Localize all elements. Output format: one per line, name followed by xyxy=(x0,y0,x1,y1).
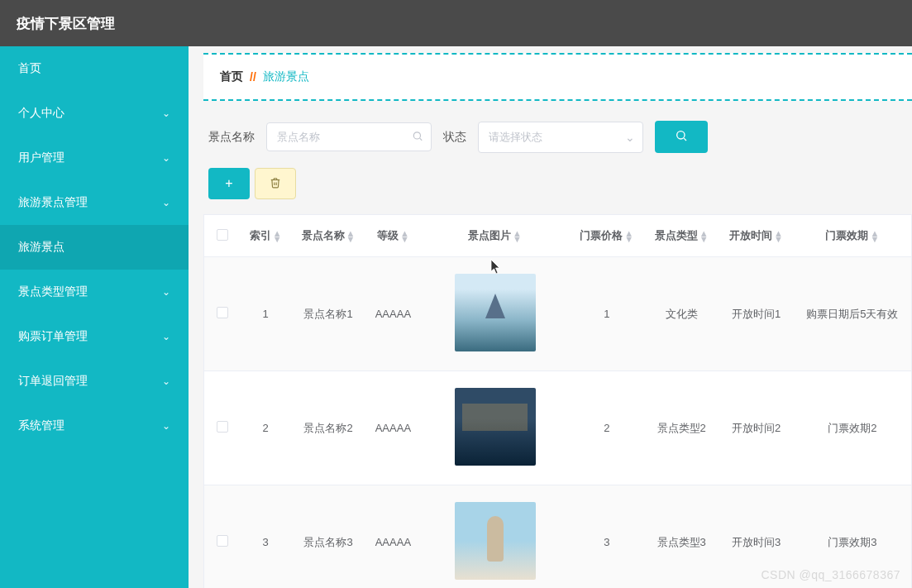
spot-thumbnail[interactable] xyxy=(455,274,536,351)
cell-index: 2 xyxy=(241,371,291,485)
cell-name: 景点名称1 xyxy=(291,257,365,371)
chevron-down-icon: ⌄ xyxy=(162,286,170,298)
cell-type: 景点类型3 xyxy=(644,485,719,589)
sidebar-item-label: 景点类型管理 xyxy=(18,284,88,299)
cell-type: 文化类 xyxy=(644,257,719,371)
app-header: 疫情下景区管理 xyxy=(0,0,912,46)
sidebar-item-users[interactable]: 用户管理 ⌄ xyxy=(0,136,189,180)
cell-type: 景点类型2 xyxy=(644,371,719,485)
breadcrumb: 首页 // 旅游景点 xyxy=(220,69,895,84)
table-row: 3 景点名称3 AAAAA 3 景点类型3 开放时间3 门票效期3 xyxy=(204,485,912,589)
cell-open: 开放时间3 xyxy=(719,485,793,589)
cell-validity: 购票日期后5天有效 xyxy=(794,257,912,371)
delete-button[interactable] xyxy=(255,168,296,199)
app-title: 疫情下景区管理 xyxy=(17,14,115,33)
cell-grade: AAAAA xyxy=(365,257,420,371)
cell-validity: 门票效期2 xyxy=(794,371,912,485)
sidebar-item-label: 订单退回管理 xyxy=(18,374,88,389)
status-select[interactable]: 请选择状态 xyxy=(478,122,643,153)
col-open[interactable]: 开放时间▲▼ xyxy=(719,215,793,257)
sidebar-item-label: 旅游景点管理 xyxy=(18,195,88,210)
sidebar-item-label: 用户管理 xyxy=(18,151,64,165)
cell-validity: 门票效期3 xyxy=(794,485,912,589)
sort-icon: ▲▼ xyxy=(700,231,709,242)
col-image[interactable]: 景点图片▲▼ xyxy=(421,215,570,257)
sort-icon: ▲▼ xyxy=(400,231,409,242)
sort-icon: ▲▼ xyxy=(273,231,282,242)
breadcrumb-container: 首页 // 旅游景点 xyxy=(203,53,912,101)
sidebar-item-profile[interactable]: 个人中心 ⌄ xyxy=(0,91,189,136)
col-price[interactable]: 门票价格▲▼ xyxy=(570,215,644,257)
chevron-down-icon: ⌄ xyxy=(162,108,170,119)
chevron-down-icon: ⌄ xyxy=(162,331,170,342)
table-row: 2 景点名称2 AAAAA 2 景点类型2 开放时间2 门票效期2 xyxy=(204,371,912,485)
breadcrumb-current: 旅游景点 xyxy=(263,69,309,84)
sidebar-item-label: 个人中心 xyxy=(18,106,64,121)
sort-icon: ▲▼ xyxy=(346,231,356,242)
filter-status-label: 状态 xyxy=(443,130,466,145)
cell-price: 1 xyxy=(570,257,644,371)
cell-open: 开放时间2 xyxy=(719,371,793,485)
cell-index: 3 xyxy=(241,485,291,589)
col-index[interactable]: 索引▲▼ xyxy=(241,215,291,257)
cell-grade: AAAAA xyxy=(365,485,420,589)
sidebar-item-label: 购票订单管理 xyxy=(18,329,88,344)
sidebar-item-label: 旅游景点 xyxy=(18,240,64,255)
filter-bar: 景点名称 状态 请选择状态 ⌄ xyxy=(208,101,912,168)
sort-icon: ▲▼ xyxy=(513,231,522,242)
row-checkbox[interactable] xyxy=(217,307,228,318)
sidebar: 首页 个人中心 ⌄ 用户管理 ⌄ 旅游景点管理 ⌄ 旅游景点 景点类型管理 ⌄ … xyxy=(0,46,189,588)
search-button[interactable] xyxy=(655,121,708,153)
sidebar-item-system[interactable]: 系统管理 ⌄ xyxy=(0,404,189,448)
cell-name: 景点名称3 xyxy=(291,485,365,589)
spot-name-input[interactable] xyxy=(266,122,432,151)
cell-price: 2 xyxy=(570,371,644,485)
sidebar-item-spot-mgmt[interactable]: 旅游景点管理 ⌄ xyxy=(0,180,189,225)
chevron-down-icon: ⌄ xyxy=(162,420,170,432)
row-checkbox[interactable] xyxy=(217,421,228,433)
col-grade[interactable]: 等级▲▼ xyxy=(365,215,420,257)
sort-icon: ▲▼ xyxy=(624,231,633,242)
sidebar-item-spot-type[interactable]: 景点类型管理 ⌄ xyxy=(0,270,189,314)
cell-price: 3 xyxy=(570,485,644,589)
cell-index: 1 xyxy=(241,257,291,371)
add-button[interactable]: + xyxy=(208,168,250,199)
cell-open: 开放时间1 xyxy=(719,257,793,371)
col-validity[interactable]: 门票效期▲▼ xyxy=(794,215,912,257)
spot-thumbnail[interactable] xyxy=(455,502,536,580)
sort-icon: ▲▼ xyxy=(870,231,879,242)
status-select-placeholder: 请选择状态 xyxy=(489,131,542,143)
sidebar-item-orders[interactable]: 购票订单管理 ⌄ xyxy=(0,314,189,359)
spots-table: 索引▲▼ 景点名称▲▼ 等级▲▼ 景点图片▲▼ 门票价格▲▼ 景点类型▲▼ 开放… xyxy=(203,214,912,588)
chevron-down-icon: ⌄ xyxy=(162,197,170,208)
table-header-row: 索引▲▼ 景点名称▲▼ 等级▲▼ 景点图片▲▼ 门票价格▲▼ 景点类型▲▼ 开放… xyxy=(204,215,912,257)
sort-icon: ▲▼ xyxy=(774,231,783,242)
cell-name: 景点名称2 xyxy=(291,371,365,485)
sidebar-item-spots[interactable]: 旅游景点 xyxy=(0,225,189,270)
action-toolbar: + xyxy=(208,168,912,199)
svg-point-2 xyxy=(677,131,685,139)
sidebar-item-home[interactable]: 首页 xyxy=(0,46,189,91)
sidebar-item-label: 首页 xyxy=(18,61,41,76)
trash-icon xyxy=(270,177,281,189)
col-name[interactable]: 景点名称▲▼ xyxy=(291,215,365,257)
cell-grade: AAAAA xyxy=(365,371,420,485)
sidebar-item-label: 系统管理 xyxy=(18,418,64,433)
main-content: 首页 // 旅游景点 景点名称 状态 请选择状态 ⌄ xyxy=(189,46,912,588)
chevron-down-icon: ⌄ xyxy=(162,152,170,164)
filter-name-label: 景点名称 xyxy=(208,130,255,145)
svg-line-3 xyxy=(684,138,686,141)
select-all-checkbox[interactable] xyxy=(217,229,228,241)
spot-thumbnail[interactable] xyxy=(455,388,536,466)
col-type[interactable]: 景点类型▲▼ xyxy=(644,215,719,257)
breadcrumb-separator: // xyxy=(250,70,256,84)
table-row: 1 景点名称1 AAAAA 1 文化类 开放时间1 购票日期后5天有效 xyxy=(204,257,912,371)
row-checkbox[interactable] xyxy=(217,535,228,547)
sidebar-item-refund[interactable]: 订单退回管理 ⌄ xyxy=(0,359,189,404)
breadcrumb-home[interactable]: 首页 xyxy=(220,69,243,84)
chevron-down-icon: ⌄ xyxy=(162,375,170,387)
